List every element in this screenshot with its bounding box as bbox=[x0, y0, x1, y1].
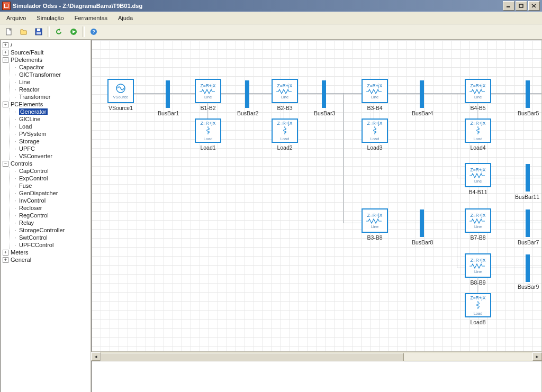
node-b7b8[interactable]: Z=R+jX Line B7-B8 bbox=[465, 208, 491, 241]
tree-invcontrol[interactable]: ·InvControl bbox=[12, 197, 89, 204]
save-button[interactable] bbox=[33, 26, 44, 38]
tree-source-fault[interactable]: +Source/Fault bbox=[2, 49, 89, 56]
svg-rect-9 bbox=[37, 32, 41, 34]
node-load4[interactable]: Z=R+jX Load Load4 bbox=[465, 118, 491, 151]
scroll-track[interactable] bbox=[101, 353, 532, 360]
menu-simulacao[interactable]: Simulação bbox=[32, 14, 68, 22]
menubar: Arquivo Simulação Ferramentas Ajuda bbox=[0, 12, 542, 24]
menu-ajuda[interactable]: Ajuda bbox=[114, 14, 137, 22]
line-resistor-icon bbox=[366, 88, 384, 95]
busbar7[interactable] bbox=[526, 209, 530, 237]
tree-gicline[interactable]: ·GICLine bbox=[12, 115, 89, 123]
help-icon: ? bbox=[90, 28, 97, 35]
tree-swtcontrol[interactable]: ·SwtControl bbox=[12, 234, 89, 241]
tree-pdelements[interactable]: −PDelements bbox=[2, 56, 89, 63]
busbar8[interactable] bbox=[420, 209, 424, 237]
busbar3[interactable] bbox=[322, 80, 326, 108]
load4-label: Load4 bbox=[465, 144, 491, 151]
element-tree[interactable]: +/ +Source/Fault −PDelements ·Capacitor … bbox=[0, 40, 91, 392]
busbar4[interactable] bbox=[420, 80, 424, 108]
tree-controls[interactable]: −Controls bbox=[2, 160, 89, 167]
busbar2[interactable] bbox=[245, 80, 249, 108]
node-b2b3[interactable]: Z=R+jX Line B2-B3 bbox=[272, 79, 298, 111]
load8-label: Load8 bbox=[465, 319, 491, 325]
line-resistor-icon bbox=[469, 88, 487, 95]
scroll-left-button[interactable]: ◄ bbox=[91, 352, 101, 361]
new-file-button[interactable] bbox=[3, 26, 15, 38]
menu-ferramentas[interactable]: Ferramentas bbox=[70, 14, 112, 22]
output-console[interactable] bbox=[91, 361, 542, 392]
b2b3-label: B2-B3 bbox=[272, 105, 298, 111]
tree-pcelements[interactable]: −PCElements bbox=[2, 101, 89, 108]
node-load1[interactable]: Z=R+jX Load Load1 bbox=[195, 118, 221, 151]
tree-relay[interactable]: ·Relay bbox=[12, 219, 89, 226]
node-load2[interactable]: Z=R+jX Load Load2 bbox=[272, 118, 298, 151]
refresh-icon bbox=[55, 28, 62, 35]
busbar5[interactable] bbox=[526, 80, 530, 108]
tree-capcontrol[interactable]: ·CapControl bbox=[12, 167, 89, 175]
help-button[interactable]: ? bbox=[88, 26, 100, 38]
tree-fuse[interactable]: ·Fuse bbox=[12, 182, 89, 189]
window-title: Simulador Odss - Z:\DiagramaBarra\T9B01.… bbox=[13, 3, 502, 9]
tree-capacitor[interactable]: ·Capacitor bbox=[12, 63, 89, 71]
line-resistor-icon bbox=[469, 172, 487, 179]
titlebar: Simulador Odss - Z:\DiagramaBarra\T9B01.… bbox=[0, 0, 542, 12]
node-b3b4[interactable]: Z=R+jX Line B3-B4 bbox=[362, 79, 388, 111]
menu-arquivo[interactable]: Arquivo bbox=[2, 14, 30, 22]
tree-upfccontrol[interactable]: ·UPFCControl bbox=[12, 241, 89, 249]
busbar1[interactable] bbox=[166, 80, 170, 108]
b3b4-label: B3-B4 bbox=[362, 105, 388, 111]
tree-root[interactable]: +/ bbox=[2, 41, 89, 49]
tree-gictransformer[interactable]: ·GICTransformer bbox=[12, 71, 89, 78]
tree-generator[interactable]: ·Generator bbox=[12, 108, 89, 115]
right-pane: VSource VSource1 BusBar1 Z=R+jX Line B1-… bbox=[91, 40, 542, 392]
tree-meters[interactable]: +Meters bbox=[2, 249, 89, 256]
node-b4b11[interactable]: Z=R+jX Line B4-B11 bbox=[465, 163, 491, 195]
open-folder-icon bbox=[20, 28, 28, 35]
main-area: +/ +Source/Fault −PDelements ·Capacitor … bbox=[0, 40, 542, 392]
tree-pvsystem[interactable]: ·PVSystem bbox=[12, 130, 89, 138]
load3-label: Load3 bbox=[362, 144, 388, 151]
b4b11-label: B4-B11 bbox=[465, 189, 491, 195]
tree-storage[interactable]: ·Storage bbox=[12, 138, 89, 145]
tree-vsconverter[interactable]: ·VSConverter bbox=[12, 152, 89, 160]
node-load8[interactable]: Z=R+jX Load Load8 bbox=[465, 293, 491, 325]
tree-line[interactable]: ·Line bbox=[12, 78, 89, 86]
node-load3[interactable]: Z=R+jX Load Load3 bbox=[362, 118, 388, 151]
refresh-button[interactable] bbox=[53, 26, 65, 38]
maximize-button[interactable] bbox=[516, 1, 527, 11]
svg-rect-3 bbox=[519, 4, 523, 7]
tree-transformer[interactable]: ·Transformer bbox=[12, 93, 89, 101]
new-file-icon bbox=[5, 28, 13, 35]
tree-upfc[interactable]: ·UPFC bbox=[12, 145, 89, 152]
tree-reactor[interactable]: ·Reactor bbox=[12, 86, 89, 93]
node-b3b8[interactable]: Z=R+jX Line B3-B8 bbox=[362, 208, 388, 241]
schematic-canvas[interactable]: VSource VSource1 BusBar1 Z=R+jX Line B1-… bbox=[91, 40, 542, 352]
play-button[interactable] bbox=[68, 26, 79, 38]
vsource-icon bbox=[113, 83, 128, 95]
node-vsource1[interactable]: VSource VSource1 bbox=[107, 79, 134, 111]
close-button[interactable] bbox=[528, 1, 540, 11]
tree-expcontrol[interactable]: ·ExpControl bbox=[12, 175, 89, 182]
open-button[interactable] bbox=[18, 26, 30, 38]
scroll-thumb[interactable] bbox=[101, 353, 404, 361]
node-b8b9[interactable]: Z=R+jX Line B8-B9 bbox=[465, 253, 491, 286]
minimize-button[interactable] bbox=[503, 1, 514, 11]
tree-general[interactable]: +General bbox=[2, 256, 89, 263]
tree-recloser[interactable]: ·Recloser bbox=[12, 204, 89, 212]
tree-gendispatcher[interactable]: ·GenDispatcher bbox=[12, 189, 89, 197]
tree-load[interactable]: ·Load bbox=[12, 123, 89, 130]
node-b1b2[interactable]: Z=R+jX Line B1-B2 bbox=[195, 79, 221, 111]
svg-rect-1 bbox=[5, 4, 8, 7]
scroll-right-button[interactable]: ► bbox=[532, 352, 542, 361]
toolbar-separator-2 bbox=[83, 26, 85, 37]
node-b4b5[interactable]: Z=R+jX Line B4-B5 bbox=[465, 79, 491, 111]
busbar8-label: BusBar8 bbox=[412, 239, 433, 245]
tree-storagecontroller[interactable]: ·StorageController bbox=[12, 226, 89, 234]
busbar9[interactable] bbox=[526, 254, 530, 282]
tree-regcontrol[interactable]: ·RegControl bbox=[12, 212, 89, 219]
busbar11[interactable] bbox=[526, 164, 530, 192]
toolbar-separator bbox=[48, 26, 50, 37]
canvas-hscroll[interactable]: ◄ ► bbox=[91, 352, 542, 361]
load-icon bbox=[371, 126, 379, 136]
